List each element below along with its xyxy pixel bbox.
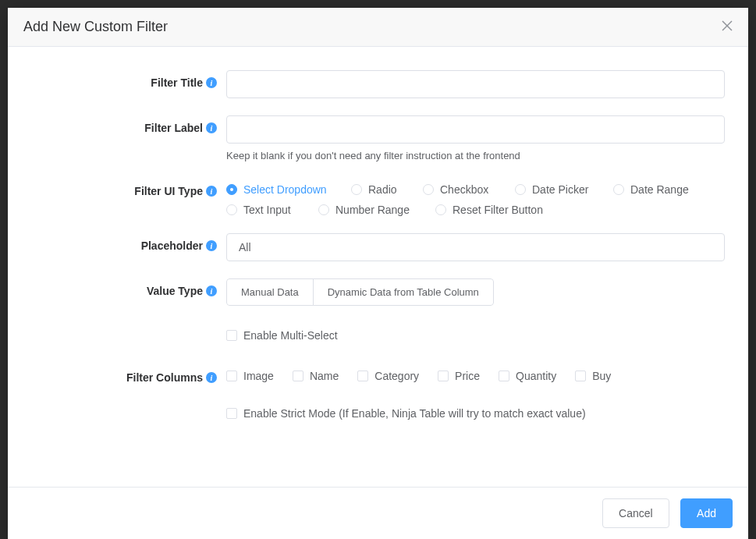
label-text: Filter Title bbox=[151, 76, 203, 89]
checkbox-column-category[interactable]: Category bbox=[357, 370, 419, 382]
modal-body: Filter Title i Filter Label i Keep it bl… bbox=[8, 47, 748, 487]
radio-icon bbox=[226, 204, 237, 215]
info-icon[interactable]: i bbox=[206, 77, 217, 88]
radio-select-dropdown[interactable]: Select Dropdown bbox=[226, 183, 351, 196]
radio-radio[interactable]: Radio bbox=[351, 183, 423, 196]
row-strict-mode: Enable Strict Mode (If Enable, Ninja Tab… bbox=[31, 407, 725, 420]
row-multi-select: Enable Multi-Select bbox=[31, 329, 725, 342]
radio-icon bbox=[515, 184, 526, 195]
checkbox-column-image[interactable]: Image bbox=[226, 370, 274, 382]
radio-number-range[interactable]: Number Range bbox=[318, 204, 435, 216]
ui-type-radio-group: Select Dropdown Radio Checkbox Date Pick… bbox=[226, 179, 725, 216]
checkbox-label: Enable Strict Mode (If Enable, Ninja Tab… bbox=[243, 407, 586, 420]
label-text: Filter UI Type bbox=[134, 185, 203, 197]
modal-title: Add New Custom Filter bbox=[23, 19, 168, 35]
row-filter-label: Filter Label i Keep it blank if you don'… bbox=[31, 115, 725, 161]
checkbox-label: Quantity bbox=[516, 370, 556, 382]
radio-text-input[interactable]: Text Input bbox=[226, 204, 318, 216]
checkbox-icon bbox=[226, 408, 237, 419]
row-value-type: Value Type i Manual Data Dynamic Data fr… bbox=[31, 278, 725, 306]
checkbox-column-price[interactable]: Price bbox=[438, 370, 480, 382]
label-text: Placeholder bbox=[141, 239, 203, 252]
checkbox-label: Category bbox=[374, 370, 419, 382]
radio-label: Reset Filter Button bbox=[453, 204, 543, 216]
label-filter-title: Filter Title i bbox=[31, 70, 226, 89]
value-type-button-group: Manual Data Dynamic Data from Table Colu… bbox=[226, 278, 494, 306]
radio-icon bbox=[226, 184, 237, 195]
row-placeholder: Placeholder i bbox=[31, 233, 725, 261]
radio-icon bbox=[613, 184, 624, 195]
info-icon[interactable]: i bbox=[206, 186, 217, 197]
checkbox-column-buy[interactable]: Buy bbox=[575, 370, 611, 382]
label-placeholder: Placeholder i bbox=[31, 233, 226, 252]
checkbox-icon bbox=[357, 371, 368, 381]
checkbox-label: Enable Multi-Select bbox=[243, 329, 338, 342]
radio-date-picker[interactable]: Date Picker bbox=[515, 183, 613, 196]
cancel-button[interactable]: Cancel bbox=[602, 498, 669, 528]
control-filter-title bbox=[226, 70, 725, 98]
info-icon[interactable]: i bbox=[206, 240, 217, 251]
label-empty bbox=[31, 407, 226, 413]
add-custom-filter-modal: Add New Custom Filter Filter Title i Fil… bbox=[8, 8, 748, 539]
checkbox-icon bbox=[226, 371, 237, 381]
row-ui-type: Filter UI Type i Select Dropdown Radio C… bbox=[31, 179, 725, 216]
checkbox-strict-mode[interactable]: Enable Strict Mode (If Enable, Ninja Tab… bbox=[226, 407, 725, 420]
label-text: Value Type bbox=[147, 285, 203, 297]
checkbox-icon bbox=[226, 330, 237, 341]
label-empty bbox=[31, 329, 226, 335]
value-type-dynamic[interactable]: Dynamic Data from Table Column bbox=[313, 278, 494, 306]
checkbox-column-quantity[interactable]: Quantity bbox=[499, 370, 556, 382]
radio-reset-filter-button[interactable]: Reset Filter Button bbox=[435, 204, 543, 216]
filter-label-input[interactable] bbox=[226, 115, 725, 144]
label-text: Filter Columns bbox=[126, 371, 203, 384]
radio-icon bbox=[435, 204, 446, 215]
checkbox-label: Image bbox=[243, 370, 274, 382]
info-icon[interactable]: i bbox=[206, 122, 217, 133]
info-icon[interactable]: i bbox=[206, 372, 217, 383]
label-value-type: Value Type i bbox=[31, 278, 226, 297]
radio-label: Text Input bbox=[243, 204, 291, 216]
filter-columns-list: Image Name Category Price Quantity Buy bbox=[226, 365, 725, 382]
checkbox-column-name[interactable]: Name bbox=[293, 370, 339, 382]
checkbox-label: Price bbox=[455, 370, 480, 382]
modal-footer: Cancel Add bbox=[8, 487, 748, 539]
radio-label: Date Picker bbox=[532, 183, 588, 196]
radio-label: Select Dropdown bbox=[243, 183, 327, 196]
checkbox-icon bbox=[293, 371, 303, 381]
radio-label: Date Range bbox=[630, 183, 689, 196]
label-filter-columns: Filter Columns i bbox=[31, 365, 226, 384]
radio-checkbox[interactable]: Checkbox bbox=[423, 183, 515, 196]
add-button[interactable]: Add bbox=[680, 498, 733, 528]
radio-icon bbox=[423, 184, 434, 195]
radio-label: Radio bbox=[368, 183, 397, 196]
control-filter-label: Keep it blank if you don't need any filt… bbox=[226, 115, 725, 161]
label-filter-label: Filter Label i bbox=[31, 115, 226, 134]
value-type-manual[interactable]: Manual Data bbox=[226, 278, 314, 306]
radio-icon bbox=[351, 184, 362, 195]
placeholder-input[interactable] bbox=[226, 233, 725, 261]
control-multi-select: Enable Multi-Select bbox=[226, 329, 725, 342]
checkbox-label: Buy bbox=[592, 370, 611, 382]
row-filter-title: Filter Title i bbox=[31, 70, 725, 98]
label-text: Filter Label bbox=[144, 122, 203, 134]
label-ui-type: Filter UI Type i bbox=[31, 179, 226, 197]
control-strict-mode: Enable Strict Mode (If Enable, Ninja Tab… bbox=[226, 407, 725, 420]
filter-title-input[interactable] bbox=[226, 70, 725, 98]
checkbox-label: Name bbox=[310, 370, 339, 382]
radio-label: Checkbox bbox=[440, 183, 488, 196]
close-button[interactable] bbox=[722, 20, 733, 34]
control-value-type: Manual Data Dynamic Data from Table Colu… bbox=[226, 278, 725, 306]
checkbox-icon bbox=[575, 371, 586, 381]
filter-label-helper: Keep it blank if you don't need any filt… bbox=[226, 150, 725, 161]
checkbox-multi-select[interactable]: Enable Multi-Select bbox=[226, 329, 725, 342]
info-icon[interactable]: i bbox=[206, 285, 217, 296]
checkbox-icon bbox=[499, 371, 509, 381]
control-ui-type: Select Dropdown Radio Checkbox Date Pick… bbox=[226, 179, 725, 216]
close-icon bbox=[722, 20, 733, 31]
radio-icon bbox=[318, 204, 329, 215]
control-placeholder bbox=[226, 233, 725, 261]
radio-label: Number Range bbox=[335, 204, 410, 216]
radio-date-range[interactable]: Date Range bbox=[613, 183, 715, 196]
checkbox-icon bbox=[438, 371, 449, 381]
modal-header: Add New Custom Filter bbox=[8, 8, 748, 47]
